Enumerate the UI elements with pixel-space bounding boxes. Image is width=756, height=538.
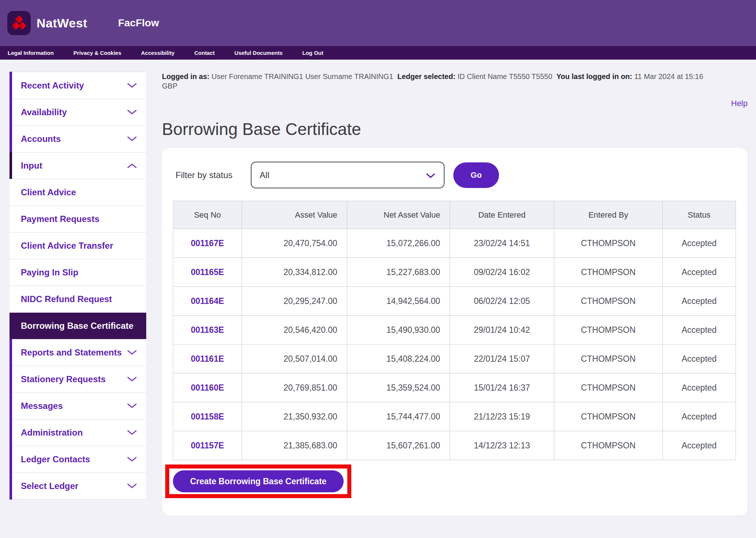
net-asset-value-cell: 15,408,224.00 — [347, 345, 450, 373]
table-row: 001158E 21,350,932.00 15,744,477.00 21/1… — [173, 402, 736, 431]
sidebar-item-select-ledger[interactable]: Select Ledger — [10, 473, 146, 499]
date-entered-cell: 23/02/24 14:51 — [450, 229, 554, 258]
chevron-down-icon — [127, 110, 137, 115]
ledger-selected-value: ID Client Name T5550 T5550 — [457, 72, 552, 80]
net-asset-value-cell: 15,072,266.00 — [347, 229, 450, 258]
sidebar-item-borrowing-base-certificate[interactable]: Borrowing Base Certificate — [10, 312, 146, 339]
sidebar-item-messages[interactable]: Messages — [10, 392, 146, 419]
chevron-down-icon — [127, 457, 137, 462]
sidebar-item-availability[interactable]: Availability — [10, 99, 146, 125]
sidebar-item-label: Client Advice Transfer — [21, 241, 113, 251]
ledger-selected-label: Ledger selected: — [397, 72, 456, 80]
sidebar-item-reports-and-statements[interactable]: Reports and Statements — [10, 339, 146, 366]
table-row: 001167E 20,470,754.00 15,072,266.00 23/0… — [173, 229, 736, 258]
date-entered-cell: 15/01/24 16:37 — [450, 373, 554, 402]
seq-link[interactable]: 001165E — [191, 267, 224, 277]
nav-accessibility[interactable]: Accessibility — [141, 50, 175, 56]
session-info: Logged in as: User Forename TRAINING1 Us… — [162, 72, 748, 81]
nav-contact[interactable]: Contact — [194, 50, 215, 56]
sidebar-item-input[interactable]: Input — [10, 152, 146, 179]
help-link[interactable]: Help — [731, 99, 748, 108]
nav-useful-documents[interactable]: Useful Documents — [234, 50, 283, 56]
logged-in-as-label: Logged in as: — [162, 72, 209, 80]
seq-link[interactable]: 001158E — [191, 412, 224, 421]
status-filter-select[interactable]: All — [251, 162, 445, 188]
seq-link[interactable]: 001161E — [191, 354, 224, 364]
sidebar-item-label: Borrowing Base Certificate — [21, 321, 133, 331]
seq-link[interactable]: 001163E — [191, 325, 224, 335]
table-row: 001163E 20,546,420.00 15,490,930.00 29/0… — [173, 316, 736, 345]
table-row: 001160E 20,769,851.00 15,359,524.00 15/0… — [173, 373, 736, 402]
date-entered-cell: 22/01/24 15:07 — [450, 345, 554, 373]
certificate-card: Filter by status All Go Seq No Asset — [162, 148, 748, 516]
sidebar-item-paying-in-slip[interactable]: Paying In Slip — [10, 259, 146, 286]
sidebar-item-client-advice-transfer[interactable]: Client Advice Transfer — [10, 232, 146, 259]
sidebar-item-nidc-refund-request[interactable]: NIDC Refund Request — [10, 286, 146, 312]
status-cell: Accepted — [662, 431, 736, 460]
highlight-annotation-box: Create Borrowing Base Certificate — [165, 464, 351, 498]
chevron-down-icon — [127, 350, 137, 355]
sidebar-item-stationery-requests[interactable]: Stationery Requests — [10, 366, 146, 392]
net-asset-value-cell: 15,490,930.00 — [347, 316, 450, 345]
asset-value-cell: 21,350,932.00 — [242, 402, 347, 431]
status-cell: Accepted — [662, 345, 736, 373]
net-asset-value-cell: 15,744,477.00 — [347, 402, 450, 431]
status-cell: Accepted — [662, 287, 736, 316]
filter-row: Filter by status All Go — [173, 162, 736, 188]
filter-by-status-label: Filter by status — [175, 170, 233, 180]
nav-privacy-cookies[interactable]: Privacy & Cookies — [73, 50, 121, 56]
sidebar-item-recent-activity[interactable]: Recent Activity — [10, 72, 146, 99]
col-header-entered-by: Entered By — [554, 201, 662, 229]
facflow-page: NatWest FacFlow Legal Information Privac… — [0, 0, 756, 538]
chevron-down-icon — [127, 403, 137, 409]
sidebar-item-label: Stationery Requests — [21, 374, 106, 384]
seq-link[interactable]: 001167E — [191, 238, 224, 248]
sidebar-item-ledger-contacts[interactable]: Ledger Contacts — [10, 446, 146, 473]
entered-by-cell: CTHOMPSON — [554, 402, 662, 431]
col-header-seq-no: Seq No — [173, 201, 242, 229]
col-header-asset-value: Asset Value — [242, 201, 347, 229]
sidebar-item-label: Client Advice — [21, 187, 76, 197]
date-entered-cell: 06/02/24 12:05 — [450, 287, 554, 316]
net-asset-value-cell: 15,227,683.00 — [347, 258, 450, 287]
asset-value-cell: 20,295,247.00 — [242, 287, 347, 316]
create-borrowing-base-certificate-button[interactable]: Create Borrowing Base Certificate — [173, 470, 344, 492]
seq-link[interactable]: 001157E — [191, 441, 224, 450]
asset-value-cell: 20,507,014.00 — [242, 345, 347, 373]
entered-by-cell: CTHOMPSON — [554, 258, 662, 287]
chevron-down-icon — [127, 430, 137, 435]
sidebar-item-label: Input — [21, 161, 42, 171]
sidebar-item-client-advice[interactable]: Client Advice — [10, 179, 146, 206]
nav-legal-information[interactable]: Legal Information — [8, 50, 54, 56]
date-entered-cell: 14/12/23 12:13 — [450, 431, 554, 460]
certificates-table: Seq No Asset Value Net Asset Value Date … — [173, 201, 736, 460]
date-entered-cell: 09/02/24 16:02 — [450, 258, 554, 287]
entered-by-cell: CTHOMPSON — [554, 431, 662, 460]
chevron-down-icon — [426, 173, 435, 178]
session-currency: GBP — [162, 81, 748, 91]
col-header-date-entered: Date Entered — [450, 201, 554, 229]
sidebar-item-label: Recent Activity — [21, 80, 84, 91]
seq-link[interactable]: 001160E — [191, 383, 224, 392]
chevron-down-icon — [127, 484, 137, 489]
logged-in-as-value: User Forename TRAINING1 User Surname TRA… — [212, 72, 393, 80]
sidebar-item-accounts[interactable]: Accounts — [10, 125, 146, 152]
seq-link[interactable]: 001164E — [191, 296, 224, 306]
sidebar-item-payment-requests[interactable]: Payment Requests — [10, 206, 146, 232]
net-asset-value-cell: 14,942,564.00 — [347, 287, 450, 316]
entered-by-cell: CTHOMPSON — [554, 229, 662, 258]
table-row: 001165E 20,334,812.00 15,227,683.00 09/0… — [173, 258, 736, 287]
asset-value-cell: 20,546,420.00 — [242, 316, 347, 345]
chevron-down-icon — [127, 136, 137, 142]
table-row: 001157E 21,385,683.00 15,607,261.00 14/1… — [173, 431, 736, 460]
natwest-logo-icon — [7, 11, 31, 35]
asset-value-cell: 21,385,683.00 — [242, 431, 347, 460]
nav-log-out[interactable]: Log Out — [302, 50, 323, 56]
sidebar-item-label: Ledger Contacts — [21, 454, 90, 464]
top-nav: Legal Information Privacy & Cookies Acce… — [0, 46, 756, 60]
app-name: FacFlow — [118, 17, 159, 29]
entered-by-cell: CTHOMPSON — [554, 373, 662, 402]
sidebar-item-administration[interactable]: Administration — [10, 419, 146, 446]
net-asset-value-cell: 15,359,524.00 — [347, 373, 450, 402]
go-button[interactable]: Go — [453, 162, 499, 188]
